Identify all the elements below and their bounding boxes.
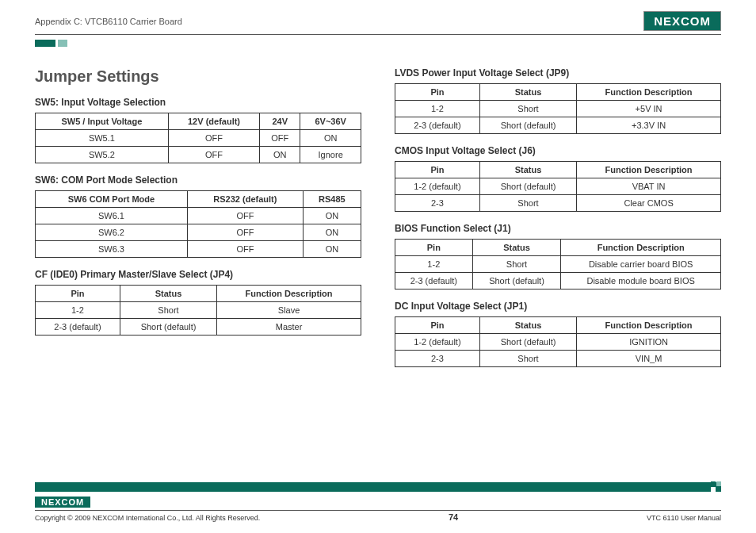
- table-header-row: Pin Status Function Description: [395, 240, 721, 256]
- table-row: 2-3 (default)Short (default)+3.3V IN: [395, 117, 721, 134]
- page-footer: NEXCOM Copyright © 2009 NEXCOM Internati…: [35, 482, 721, 522]
- table-header-row: Pin Status Function Description: [395, 162, 721, 178]
- brand-text: NEXCOM: [654, 14, 711, 28]
- col-header: RS485: [303, 191, 361, 208]
- table-row: SW5.1OFFOFFON: [36, 130, 361, 147]
- brand-logo-bottom: NEXCOM: [35, 497, 90, 508]
- table-row: 2-3ShortClear CMOS: [395, 195, 721, 212]
- doc-name: VTC 6110 User Manual: [647, 514, 721, 522]
- jp1-title: DC Input Voltage Select (JP1): [395, 301, 721, 312]
- right-column: LVDS Power Input Voltage Select (JP9) Pi…: [395, 67, 721, 378]
- col-header: Function Description: [577, 84, 721, 101]
- table-header-row: SW6 COM Port Mode RS232 (default) RS485: [36, 191, 361, 208]
- col-header: Status: [120, 286, 216, 302]
- col-header: Function Description: [577, 162, 721, 178]
- table-row: 2-3ShortVIN_M: [395, 351, 721, 367]
- sw5-title: SW5: Input Voltage Selection: [35, 97, 361, 108]
- col-header: Status: [479, 84, 576, 101]
- page-columns: Jumper Settings SW5: Input Voltage Selec…: [35, 67, 721, 378]
- table-row: SW6.1OFFON: [36, 208, 361, 224]
- table-row: SW5.2OFFONIgnore: [36, 147, 361, 163]
- col-header: Pin: [395, 162, 480, 178]
- sw5-table: SW5 / Input Voltage 12V (default) 24V 6V…: [35, 113, 361, 163]
- col-header: 12V (default): [168, 113, 259, 130]
- sw6-table: SW6 COM Port Mode RS232 (default) RS485 …: [35, 190, 361, 258]
- j1-table: Pin Status Function Description 1-2Short…: [395, 239, 721, 290]
- table-row: SW6.2OFFON: [36, 224, 361, 241]
- col-header: Pin: [36, 286, 120, 302]
- copyright-text: Copyright © 2009 NEXCOM International Co…: [35, 514, 260, 522]
- footer-bar: [35, 482, 721, 492]
- j1-title: BIOS Function Select (J1): [395, 223, 721, 234]
- jp9-title: LVDS Power Input Voltage Select (JP9): [395, 67, 721, 79]
- appendix-label: Appendix C: VTCB6110 Carrier Board: [35, 17, 182, 26]
- j6-table: Pin Status Function Description 1-2 (def…: [395, 161, 721, 212]
- jp4-title: CF (IDE0) Primary Master/Slave Select (J…: [35, 269, 361, 280]
- col-header: Status: [479, 162, 576, 178]
- table-row: 1-2Short+5V IN: [395, 101, 721, 117]
- col-header: Pin: [395, 84, 480, 101]
- jp4-table: Pin Status Function Description 1-2Short…: [35, 285, 361, 336]
- table-header-row: Pin Status Function Description: [395, 84, 721, 101]
- col-header: Function Description: [561, 240, 721, 256]
- header-rule: [35, 34, 721, 35]
- table-row: SW6.3OFFON: [36, 241, 361, 258]
- jp9-table: Pin Status Function Description 1-2Short…: [395, 83, 721, 134]
- table-header-row: Pin Status Function Description: [395, 317, 721, 334]
- col-header: 6V~36V: [300, 113, 361, 130]
- j6-title: CMOS Input Voltage Select (J6): [395, 145, 721, 156]
- page-number: 74: [449, 512, 458, 522]
- table-row: 1-2ShortSlave: [36, 302, 361, 319]
- page-header: Appendix C: VTCB6110 Carrier Board NEXCO…: [35, 11, 721, 31]
- table-header-row: Pin Status Function Description: [36, 286, 361, 302]
- col-header: 24V: [260, 113, 300, 130]
- footer-squares-icon: [711, 481, 721, 492]
- accent-bars: [35, 40, 721, 47]
- jp1-table: Pin Status Function Description 1-2 (def…: [395, 316, 721, 367]
- table-header-row: SW5 / Input Voltage 12V (default) 24V 6V…: [36, 113, 361, 130]
- col-header: Function Description: [577, 317, 721, 334]
- col-header: Status: [472, 240, 561, 256]
- col-header: Status: [479, 317, 576, 334]
- sw6-title: SW6: COM Port Mode Selection: [35, 174, 361, 186]
- col-header: SW5 / Input Voltage: [36, 113, 169, 130]
- brand-logo-top: NEXCOM: [643, 11, 721, 31]
- table-row: 1-2ShortDisable carrier board BIOS: [395, 256, 721, 273]
- col-header: Pin: [395, 240, 473, 256]
- left-column: Jumper Settings SW5: Input Voltage Selec…: [35, 67, 361, 378]
- col-header: RS232 (default): [187, 191, 303, 208]
- footer-line: Copyright © 2009 NEXCOM International Co…: [35, 510, 721, 522]
- col-header: Function Description: [217, 286, 361, 302]
- page-title: Jumper Settings: [35, 67, 361, 86]
- col-header: Pin: [395, 317, 480, 334]
- table-row: 1-2 (default)Short (default)VBAT IN: [395, 178, 721, 195]
- table-row: 1-2 (default)Short (default)IGNITION: [395, 334, 721, 351]
- table-row: 2-3 (default)Short (default)Disable modu…: [395, 273, 721, 290]
- table-row: 2-3 (default)Short (default)Master: [36, 319, 361, 336]
- col-header: SW6 COM Port Mode: [36, 191, 188, 208]
